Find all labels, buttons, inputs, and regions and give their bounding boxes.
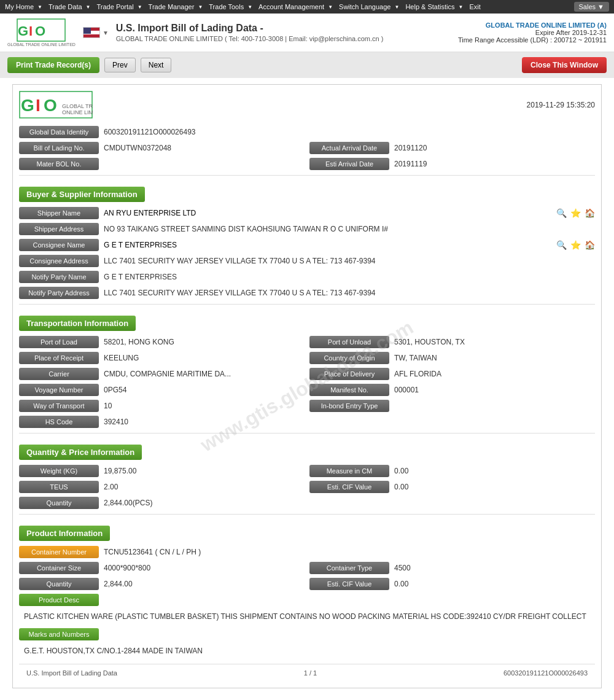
logo-area: G I O GLOBAL TRADE ONLINE LIMITED xyxy=(7,18,76,47)
logo-tagline: GLOBAL TRADE ONLINE LIMITED xyxy=(7,42,76,47)
search-icon[interactable]: 🔍 xyxy=(556,208,567,218)
nav-trademanager[interactable]: Trade Manager▼ xyxy=(149,3,203,10)
voyage-number-label: Voyage Number xyxy=(19,384,99,396)
nav-myhome[interactable]: My Home▼ xyxy=(5,3,42,10)
next-button-top[interactable]: Next xyxy=(141,58,172,72)
global-data-identity-row: Global Data Identity 600320191121O000026… xyxy=(19,126,595,138)
product-qty-cif-row: Quantity 2,844.00 Esti. CIF Value 0.00 xyxy=(19,578,595,590)
teus-label: TEUS xyxy=(19,481,99,493)
container-type-value: 4500 xyxy=(394,564,595,572)
record-footer-right: 600320191121O000026493 xyxy=(503,669,588,677)
shipper-name-value: AN RYU ENTERPRISE LTD xyxy=(104,209,553,217)
global-data-identity-label: Global Data Identity xyxy=(19,126,99,138)
shipper-address-row: Shipper Address NO 93 TAIKANG STREET SAN… xyxy=(19,223,595,235)
page-header: G I O GLOBAL TRADE ONLINE LIMITED ▼ U.S.… xyxy=(0,14,614,52)
product-esti-cif-label: Esti. CIF Value xyxy=(309,578,389,590)
carrier-label: Carrier xyxy=(19,368,99,380)
measure-label: Measure in CM xyxy=(309,465,389,477)
transportation-section-header: Transportation Information xyxy=(19,316,136,331)
flag-dropdown-arrow[interactable]: ▼ xyxy=(103,29,109,36)
container-size-type-row: Container Size 4000*900*800 Container Ty… xyxy=(19,562,595,574)
measure-value: 0.00 xyxy=(394,467,595,475)
shipper-address-label: Shipper Address xyxy=(19,223,99,235)
sales-button[interactable]: Sales ▼ xyxy=(574,2,609,12)
svg-text:G: G xyxy=(18,23,28,39)
svg-text:GLOBAL TRADE: GLOBAL TRADE xyxy=(62,103,93,109)
buyer-supplier-section-header: Buyer & Supplier Information xyxy=(19,187,145,202)
container-size-label: Container Size xyxy=(19,562,99,574)
record-card: G I O GLOBAL TRADE ONLINE LIMITED 2019-1… xyxy=(12,84,602,688)
nav-tradeportal[interactable]: Trade Portal▼ xyxy=(97,3,142,10)
marks-row: Marks and Numbers xyxy=(19,628,595,640)
port-load-unload-row: Port of Load 58201, HONG KONG Port of Un… xyxy=(19,336,595,348)
esti-arrival-value: 20191119 xyxy=(394,160,595,168)
product-qty-value: 2,844.00 xyxy=(104,580,305,588)
teus-cif-row: TEUS 2.00 Esti. CIF Value 0.00 xyxy=(19,481,595,493)
port-unload-label: Port of Unload xyxy=(309,336,389,348)
bol-arrival-row: Bill of Lading No. CMDUTWN0372048 Actual… xyxy=(19,142,595,154)
flag-selector[interactable]: ▼ xyxy=(83,27,109,38)
actual-arrival-value: 20191120 xyxy=(394,144,595,152)
main-content: G I O GLOBAL TRADE ONLINE LIMITED 2019-1… xyxy=(0,78,614,700)
container-number-value: TCNU5123641 ( CN / L / PH ) xyxy=(104,548,595,556)
notify-party-name-label: Notify Party Name xyxy=(19,271,99,283)
home-icon[interactable]: 🏠 xyxy=(585,208,595,218)
qty-value: 2,844.00(PCS) xyxy=(104,499,595,507)
top-navigation: My Home▼ Trade Data▼ Trade Portal▼ Trade… xyxy=(0,0,614,14)
port-load-label: Port of Load xyxy=(19,336,99,348)
print-button-top[interactable]: Print Trade Record(s) xyxy=(7,57,99,73)
nav-helpstats[interactable]: Help & Statistics▼ xyxy=(405,3,463,10)
svg-text:I: I xyxy=(36,96,41,115)
container-number-label: Container Number xyxy=(19,546,99,558)
esti-cif-value: 0.00 xyxy=(394,483,595,491)
product-desc-value: PLASTIC KITCHEN WARE (PLASTIC TUMBLER BA… xyxy=(19,610,595,623)
nav-accountmgmt[interactable]: Account Management▼ xyxy=(258,3,333,10)
way-transport-label: Way of Transport xyxy=(19,400,99,412)
consignee-name-label: Consignee Name xyxy=(19,239,99,251)
teus-value: 2.00 xyxy=(104,483,305,491)
record-footer-left: U.S. Import Bill of Lading Data xyxy=(26,669,117,677)
way-transport-value: 10 xyxy=(104,402,305,410)
esti-arrival-label: Esti Arrival Date xyxy=(309,158,389,170)
esti-cif-label: Esti. CIF Value xyxy=(309,481,389,493)
record-logo: G I O GLOBAL TRADE ONLINE LIMITED xyxy=(19,91,93,119)
consignee-search-icon[interactable]: 🔍 xyxy=(556,240,567,250)
nav-tradetools[interactable]: Trade Tools▼ xyxy=(209,3,252,10)
place-receipt-label: Place of Receipt xyxy=(19,352,99,364)
shipper-name-field: AN RYU ENTERPRISE LTD 🔍 ⭐ 🏠 xyxy=(104,208,595,218)
consignee-name-value: G E T ENTERPRISES xyxy=(104,241,553,249)
company-contact-info: GLOBAL TRADE ONLINE LIMITED ( Tel: 400-7… xyxy=(116,35,458,42)
close-button-top[interactable]: Close This Window xyxy=(522,57,607,73)
container-type-label: Container Type xyxy=(309,562,389,574)
nav-tradedata[interactable]: Trade Data▼ xyxy=(49,3,91,10)
svg-text:O: O xyxy=(44,96,57,115)
notify-party-name-value: G E T ENTERPRISES xyxy=(104,273,595,281)
weight-value: 19,875.00 xyxy=(104,467,305,475)
hs-code-value: 392410 xyxy=(104,418,595,426)
carrier-value: CMDU, COMPAGNIE MARITIME DA... xyxy=(104,370,305,378)
hs-code-label: HS Code xyxy=(19,416,99,428)
us-flag xyxy=(83,27,100,38)
qty-price-section-header: Quantity & Price Information xyxy=(19,445,142,460)
ldr-range: Time Range Accessible (LDR) : 200712 ~ 2… xyxy=(458,36,607,44)
record-footer: U.S. Import Bill of Lading Data 1 / 1 60… xyxy=(19,664,595,682)
shipper-name-row: Shipper Name AN RYU ENTERPRISE LTD 🔍 ⭐ 🏠 xyxy=(19,207,595,219)
master-bol-label: Mater BOL No. xyxy=(19,158,99,170)
page-title: U.S. Import Bill of Lading Data - xyxy=(116,23,458,34)
account-name: GLOBAL TRADE ONLINE LIMITED (A) xyxy=(458,21,607,29)
consignee-address-label: Consignee Address xyxy=(19,255,99,267)
esti-arrival-col: Esti Arrival Date 20191119 xyxy=(309,158,595,170)
star-icon[interactable]: ⭐ xyxy=(570,208,581,218)
header-title-area: U.S. Import Bill of Lading Data - GLOBAL… xyxy=(116,23,458,42)
prev-button-top[interactable]: Prev xyxy=(104,58,136,72)
nav-exit[interactable]: Exit xyxy=(469,3,483,10)
consignee-home-icon[interactable]: 🏠 xyxy=(585,240,595,250)
consignee-name-row: Consignee Name G E T ENTERPRISES 🔍 ⭐ 🏠 xyxy=(19,239,595,251)
nav-switchlang[interactable]: Switch Language▼ xyxy=(339,3,399,10)
account-info: GLOBAL TRADE ONLINE LIMITED (A) Expire A… xyxy=(458,21,607,44)
product-qty-label: Quantity xyxy=(19,578,99,590)
place-delivery-label: Place of Delivery xyxy=(309,368,389,380)
consignee-star-icon[interactable]: ⭐ xyxy=(570,240,581,250)
product-section-header: Product Information xyxy=(19,526,110,541)
weight-label: Weight (KG) xyxy=(19,465,99,477)
